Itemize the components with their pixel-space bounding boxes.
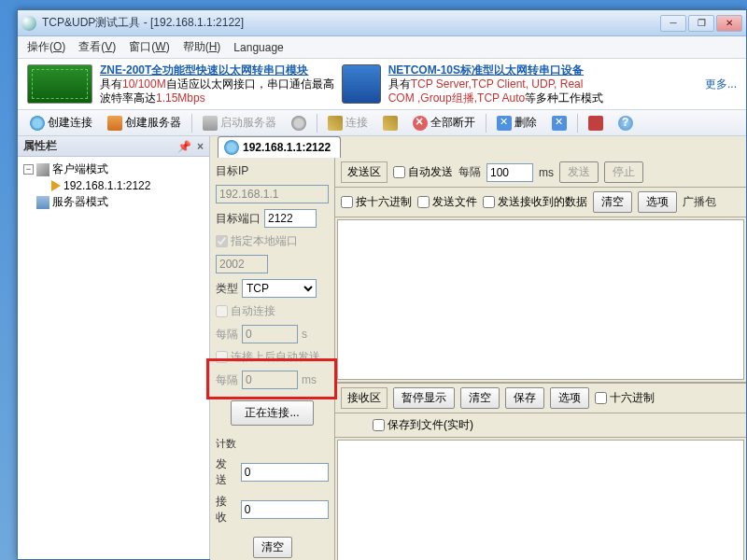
- type-label: 类型: [216, 281, 238, 297]
- recv-count-label: 接收: [216, 494, 237, 525]
- cube-icon: [36, 163, 49, 176]
- recv-options-button[interactable]: 选项: [550, 387, 589, 409]
- recv-area-label: 接收区: [341, 387, 388, 409]
- promo-more-link[interactable]: 更多...: [705, 77, 737, 92]
- body-area: 属性栏 📌 × − 客户端模式 192.168.1.1:2122 服务器模式: [18, 136, 746, 559]
- auto-connect-checkbox: [216, 305, 228, 317]
- send-options-button[interactable]: 选项: [638, 191, 677, 213]
- connecting-button[interactable]: 正在连接...: [231, 400, 313, 426]
- connect-button: 连接: [321, 112, 374, 133]
- pin-icon[interactable]: 📌: [177, 140, 191, 153]
- target-port-label: 目标端口: [216, 211, 261, 227]
- help-button[interactable]: [612, 113, 640, 133]
- create-connection-button[interactable]: 创建连接: [23, 112, 99, 133]
- document-tabs: 192.168.1.1:2122: [210, 136, 746, 158]
- sidebar-close-icon[interactable]: ×: [197, 140, 204, 153]
- promo-text-right: NETCOM-10S标准型以太网转串口设备 具有TCP Server,TCP C…: [388, 63, 604, 105]
- recv-header2: 保存到文件(实时): [335, 413, 746, 438]
- target-port-input[interactable]: [264, 209, 317, 228]
- window-title: TCP&UDP测试工具 - [192.168.1.1:2122]: [42, 15, 660, 31]
- app-icon: [21, 16, 36, 31]
- recv-hex-checkbox[interactable]: 十六进制: [595, 390, 655, 406]
- pause-display-button[interactable]: 暂停显示: [393, 387, 455, 409]
- minimize-button[interactable]: ─: [660, 15, 686, 32]
- recv-save-button[interactable]: 保存: [505, 387, 544, 409]
- send-area-label: 发送区: [341, 161, 388, 183]
- sidebar: 属性栏 📌 × − 客户端模式 192.168.1.1:2122 服务器模式: [18, 136, 210, 559]
- create-server-button[interactable]: 创建服务器: [101, 112, 188, 133]
- link-break-icon: [383, 116, 398, 131]
- send-header2: 按十六进制 发送文件 发送接收到的数据 清空 选项 广播包: [335, 188, 746, 217]
- globe-icon: [224, 140, 239, 155]
- disconnect-all-button[interactable]: 全部断开: [406, 112, 482, 133]
- send-file-checkbox[interactable]: 发送文件: [417, 194, 477, 210]
- receive-area: 接收区 暂停显示 清空 保存 选项 十六进制 保存到文件(实时): [335, 382, 746, 560]
- globe-icon: [30, 116, 45, 131]
- tree-node-client-mode[interactable]: − 客户端模式: [20, 161, 207, 178]
- menu-view[interactable]: 查看(V): [78, 39, 116, 55]
- stop-server-button: [285, 113, 313, 133]
- send-recv-checkbox[interactable]: 发送接收到的数据: [483, 194, 587, 210]
- auto-send-after-checkbox: [216, 351, 228, 363]
- target-ip-label: 目标IP: [216, 163, 329, 179]
- toolbar-separator: [577, 114, 578, 133]
- delete2-button: [545, 113, 573, 133]
- send-count-input[interactable]: [241, 463, 329, 482]
- promo-right-title[interactable]: NETCOM-10S标准型以太网转串口设备: [388, 63, 584, 77]
- recv-clear-button[interactable]: 清空: [460, 387, 500, 409]
- promo-bar: ZNE-200T全功能型快速以太网转串口模块 具有10/100M自适应以太网接口…: [18, 59, 746, 110]
- titlebar[interactable]: TCP&UDP测试工具 - [192.168.1.1:2122] ─ ❐ ✕: [18, 10, 746, 36]
- stop-button[interactable]: [582, 113, 610, 133]
- sidebar-header: 属性栏 📌 ×: [18, 136, 209, 157]
- send-textarea[interactable]: [337, 219, 744, 380]
- app-window: TCP&UDP测试工具 - [192.168.1.1:2122] ─ ❐ ✕ 操…: [17, 9, 747, 560]
- content: 192.168.1.1:2122 目标IP 目标端口 指定本地端口 类型 TCP: [210, 136, 746, 559]
- auto-send-interval-input: [242, 371, 298, 389]
- count-label: 计数: [216, 437, 329, 451]
- link-icon: [328, 116, 343, 131]
- send-clear-button[interactable]: 清空: [593, 191, 632, 213]
- toolbar-separator: [317, 114, 317, 133]
- save-to-file-checkbox[interactable]: 保存到文件(实时): [373, 417, 473, 433]
- promo-image-right: [342, 64, 381, 104]
- hex-checkbox[interactable]: 按十六进制: [341, 194, 412, 210]
- tree-node-connection[interactable]: 192.168.1.1:2122: [20, 178, 207, 193]
- question-icon: [618, 116, 633, 131]
- maximize-button[interactable]: ❐: [688, 15, 714, 32]
- recv-header: 接收区 暂停显示 清空 保存 选项 十六进制: [335, 384, 746, 413]
- tree: − 客户端模式 192.168.1.1:2122 服务器模式: [18, 157, 209, 559]
- main-row: 目标IP 目标端口 指定本地端口 类型 TCP 自动连接 每隔: [210, 158, 746, 560]
- clear-count-button[interactable]: 清空: [253, 537, 292, 558]
- send-button: 发送: [559, 161, 599, 183]
- menu-window[interactable]: 窗口(W): [129, 39, 169, 55]
- menubar: 操作(O) 查看(V) 窗口(W) 帮助(H) Language: [18, 36, 746, 59]
- window-controls: ─ ❐ ✕: [660, 15, 742, 32]
- recv-count-input[interactable]: [241, 500, 329, 519]
- local-port-checkbox: [216, 235, 228, 247]
- recv-textarea[interactable]: [337, 440, 744, 560]
- tree-collapse-icon[interactable]: −: [23, 164, 34, 175]
- promo-image-left: [27, 64, 92, 104]
- menu-operate[interactable]: 操作(O): [27, 39, 65, 55]
- promo-left-title[interactable]: ZNE-200T全功能型快速以太网转串口模块: [100, 63, 308, 77]
- sidebar-title: 属性栏: [23, 138, 57, 154]
- auto-send-checkbox[interactable]: 自动发送: [393, 164, 453, 180]
- tab-connection[interactable]: 192.168.1.1:2122: [218, 136, 341, 158]
- server-grey-icon: [203, 116, 218, 131]
- toolbar: 创建连接 创建服务器 启动服务器 连接 全部断开 删除: [18, 110, 746, 136]
- menu-language[interactable]: Language: [233, 41, 283, 54]
- send-count-label: 发送: [216, 456, 237, 488]
- stop-icon: [588, 116, 603, 131]
- send-header: 发送区 自动发送 每隔 ms 发送 停止: [335, 158, 746, 188]
- tree-node-server-mode[interactable]: 服务器模式: [20, 193, 207, 211]
- menu-help[interactable]: 帮助(H): [183, 39, 221, 55]
- type-select[interactable]: TCP: [242, 279, 317, 298]
- send-interval-input[interactable]: [486, 163, 533, 182]
- local-port-input: [216, 255, 268, 273]
- connection-panel: 目标IP 目标端口 指定本地端口 类型 TCP 自动连接 每隔: [210, 158, 335, 560]
- server-icon: [107, 116, 122, 131]
- close-button[interactable]: ✕: [716, 15, 742, 32]
- delete-button[interactable]: 删除: [490, 112, 543, 133]
- target-ip-input[interactable]: [216, 185, 329, 203]
- disc-icon: [291, 116, 306, 131]
